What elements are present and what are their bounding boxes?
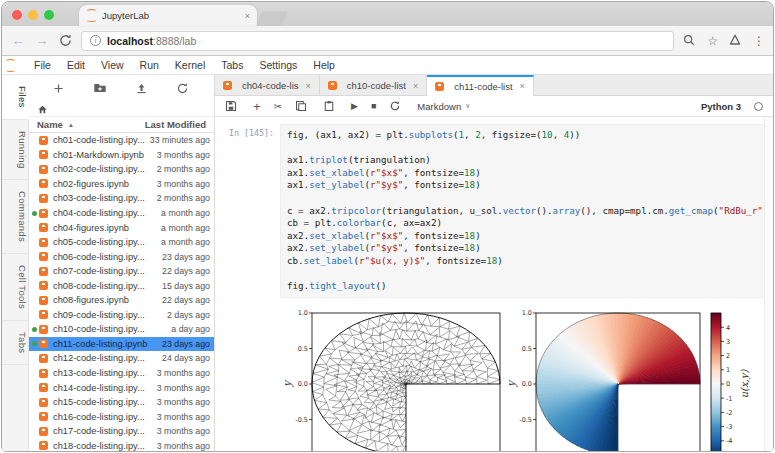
file-row[interactable]: ch07-code-listing.ipy... 22 days ago: [29, 264, 214, 279]
tab-close-icon[interactable]: ×: [520, 81, 525, 91]
file-row[interactable]: ch17-code-listing.ipy... 3 months ago: [29, 424, 214, 439]
new-tab-button[interactable]: [256, 11, 289, 26]
browser-tab[interactable]: JupyterLab ×: [79, 5, 257, 26]
refresh-files-icon[interactable]: [176, 81, 191, 96]
file-row[interactable]: ch05-code-listing.ipy... a month ago: [29, 235, 214, 250]
cut-cells-icon[interactable]: ✂: [274, 101, 282, 112]
file-row[interactable]: ch03-code-listing.ipy... 2 months ago: [29, 191, 214, 206]
file-row[interactable]: ch04-figures.ipynb a month ago: [29, 220, 214, 235]
notebook-file-icon: [39, 354, 48, 363]
new-launcher-icon[interactable]: [52, 81, 67, 96]
file-row[interactable]: ch16-code-listing.ipy... 3 months ago: [29, 409, 214, 424]
svg-text:4: 4: [726, 323, 730, 331]
save-icon[interactable]: [225, 99, 240, 114]
sidebar-tab-running[interactable]: Running: [2, 120, 28, 181]
file-row[interactable]: ch04-code-listing.ipy... a month ago: [29, 206, 214, 221]
menu-item-file[interactable]: File: [26, 59, 59, 71]
notebook-file-icon: [39, 412, 48, 421]
url-host: localhost: [107, 35, 153, 47]
breadcrumb: [29, 101, 214, 116]
file-name: ch05-code-listing.ipy...: [53, 237, 161, 247]
dock-tab-label: ch10-code-list: [347, 80, 406, 91]
notebook-file-icon: [39, 194, 48, 203]
sidebar-tab-commands[interactable]: Commands: [2, 180, 28, 254]
url-bar[interactable]: i localhost:8888/lab: [81, 31, 674, 51]
code-editor[interactable]: fig, (ax1, ax2) = plt.subplots(1, 2, fig…: [280, 124, 764, 298]
code-cell[interactable]: In [145]: fig, (ax1, ax2) = plt.subplots…: [220, 124, 764, 298]
back-icon[interactable]: ←: [10, 33, 26, 48]
file-row[interactable]: ch10-code-listing.ipy... a day ago: [29, 322, 214, 337]
tab-close-icon[interactable]: ×: [245, 11, 250, 21]
menu-item-view[interactable]: View: [93, 59, 132, 71]
home-icon[interactable]: [37, 101, 52, 116]
minimize-window-button[interactable]: [28, 10, 38, 20]
menu-item-tabs[interactable]: Tabs: [213, 59, 251, 71]
jupyterlab-menubar: FileEditViewRunKernelTabsSettingsHelp: [2, 56, 773, 75]
tab-close-icon[interactable]: ×: [413, 81, 418, 91]
bookmark-star-icon[interactable]: ☆: [707, 34, 718, 48]
file-row[interactable]: ch13-code-listing.ipy... 3 months ago: [29, 366, 214, 381]
file-row[interactable]: ch02-figures.ipynb 3 months ago: [29, 177, 214, 192]
file-name: ch04-figures.ipynb: [53, 223, 161, 233]
reload-icon[interactable]: [58, 33, 73, 48]
file-row[interactable]: ch08-code-listing.ipy... 15 days ago: [29, 278, 214, 293]
dock-tab[interactable]: ch11-code-list ×: [427, 75, 534, 96]
search-icon[interactable]: [682, 33, 697, 48]
url-text[interactable]: localhost:8888/lab: [107, 35, 196, 47]
file-row[interactable]: ch01-Markdown.ipynb 3 months ago: [29, 148, 214, 163]
menu-item-edit[interactable]: Edit: [59, 59, 93, 71]
close-window-button[interactable]: [12, 10, 22, 20]
forward-icon[interactable]: →: [34, 33, 50, 48]
new-folder-icon[interactable]: [93, 81, 108, 96]
insert-cell-icon[interactable]: +: [253, 99, 261, 114]
dock-tab[interactable]: ch04-code-lis ×: [215, 74, 320, 95]
kernel-name[interactable]: Python 3: [701, 101, 741, 112]
notebook-file-icon: [39, 339, 48, 348]
kernel-status-icon[interactable]: [754, 102, 763, 111]
stop-kernel-icon[interactable]: ■: [371, 101, 376, 111]
upload-icon[interactable]: [135, 81, 150, 96]
run-cell-icon[interactable]: ▶: [351, 101, 358, 111]
tab-close-icon[interactable]: ×: [306, 81, 311, 91]
dock-tab[interactable]: ch10-code-list ×: [320, 74, 427, 95]
sidebar-tab-tabs[interactable]: Tabs: [2, 321, 28, 365]
browser-menu-icon[interactable]: ⋮: [753, 34, 765, 48]
paste-cells-icon[interactable]: [323, 99, 338, 114]
cell-outputs: -1.0-0.50.00.51.0-1.0-0.50.00.51.0xy -1.…: [278, 308, 764, 451]
browser-tabstrip: JupyterLab ×: [2, 2, 773, 26]
zoom-window-button[interactable]: [44, 10, 54, 20]
notebook-file-icon: [39, 223, 48, 232]
notebook-file-icon: [39, 165, 48, 174]
copy-cells-icon[interactable]: [295, 99, 310, 114]
notebook-file-icon: [39, 383, 48, 392]
file-row[interactable]: ch12-code-listing.ipy... 24 days ago: [29, 351, 214, 366]
extension-icon[interactable]: [728, 33, 743, 48]
sidebar-tab-files[interactable]: Files: [2, 75, 29, 120]
file-row[interactable]: ch09-code-listing.ipy... 2 days ago: [29, 308, 214, 323]
dock-tabbar: ch04-code-lis × ch10-code-list × ch11-co…: [215, 75, 773, 96]
file-row[interactable]: ch01-code-listing.ipy... 33 minutes ago: [29, 133, 214, 148]
menu-item-kernel[interactable]: Kernel: [167, 59, 213, 71]
file-name: ch15-code-listing.ipy...: [53, 397, 157, 407]
file-row[interactable]: ch11-code-listing.ipynb 23 days ago: [29, 337, 214, 352]
restart-kernel-icon[interactable]: [389, 99, 404, 114]
notebook-scrollbar[interactable]: [764, 117, 773, 451]
file-row[interactable]: ch15-code-listing.ipy... 3 months ago: [29, 395, 214, 410]
cell-type-dropdown[interactable]: Markdown ∨: [417, 101, 470, 112]
file-row[interactable]: ch18-code-listing.ipy... 3 months ago: [29, 438, 214, 451]
menu-item-run[interactable]: Run: [132, 59, 167, 71]
file-modified: 3 months ago: [157, 426, 210, 436]
menu-item-settings[interactable]: Settings: [251, 59, 305, 71]
column-header-name[interactable]: Name ▲: [37, 119, 145, 130]
sidebar-tab-cell-tools[interactable]: Cell Tools: [2, 254, 28, 321]
menu-item-help[interactable]: Help: [305, 59, 343, 71]
file-row[interactable]: ch02-code-listing.ipy... 2 months ago: [29, 162, 214, 177]
file-row[interactable]: ch06-code-listing.ipy... 23 days ago: [29, 249, 214, 264]
notebook-file-icon: [39, 267, 48, 276]
file-row[interactable]: ch08-figures.ipynb 22 days ago: [29, 293, 214, 308]
jupyter-logo-icon: [5, 60, 16, 71]
notebook-file-icon: [39, 369, 48, 378]
page-info-icon[interactable]: i: [90, 35, 101, 46]
file-row[interactable]: ch14-code-listing.ipy... 3 months ago: [29, 380, 214, 395]
column-header-modified[interactable]: Last Modified: [145, 119, 206, 130]
